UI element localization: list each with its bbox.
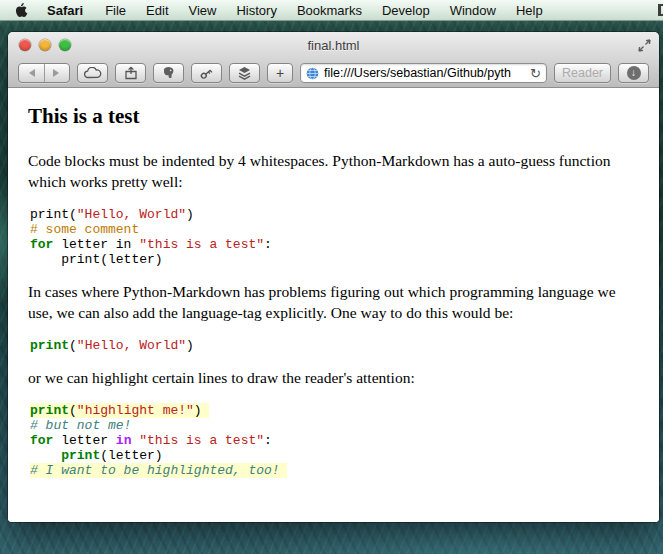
key-extension-button[interactable] [191, 63, 222, 83]
menu-item-bookmarks[interactable]: Bookmarks [287, 3, 372, 18]
code-line: # I want to be highlighted, too! [30, 463, 639, 478]
close-button[interactable] [19, 39, 31, 51]
download-icon: ↓ [627, 66, 641, 80]
reader-button[interactable]: Reader [554, 63, 611, 83]
globe-icon [306, 67, 319, 80]
page-title: This is a test [28, 104, 639, 129]
menubar-status-icon[interactable] [658, 4, 663, 16]
paragraph-line: Code blocks must be indented by 4 whites… [28, 152, 610, 169]
menu-item-view[interactable]: View [179, 3, 227, 18]
code-line: print("Hello, World") [30, 338, 639, 353]
evernote-elephant-icon [162, 66, 175, 80]
code-line: for letter in "this is a test": [30, 433, 639, 448]
code-line: print(letter) [30, 448, 639, 463]
menu-item-window[interactable]: Window [440, 3, 506, 18]
paragraph-line: In cases where Python-Markdown has probl… [28, 283, 616, 300]
minimize-button[interactable] [39, 39, 51, 51]
code-line: # some comment [30, 222, 639, 237]
menu-item-help[interactable]: Help [506, 3, 553, 18]
fullscreen-icon[interactable] [638, 39, 651, 52]
apple-logo-icon [14, 2, 28, 18]
downloads-button[interactable]: ↓ [618, 63, 649, 83]
forward-button[interactable] [45, 64, 70, 82]
safari-window: final.html [8, 32, 659, 522]
code-line: # but not me! [30, 418, 639, 433]
apple-menu[interactable] [14, 2, 28, 18]
code-block-autoguess: print("Hello, World")# some commentfor l… [28, 207, 639, 267]
menu-item-safari[interactable]: Safari [37, 3, 95, 18]
menu-item-file[interactable]: File [95, 3, 136, 18]
forward-arrow-icon [52, 68, 61, 78]
code-line: print("Hello, World") [30, 207, 639, 222]
code-block-explicit: print("Hello, World") [28, 338, 639, 353]
history-nav-group [18, 63, 70, 83]
menu-items: SafariFileEditViewHistoryBookmarksDevelo… [37, 3, 553, 18]
key-icon [199, 66, 214, 81]
back-arrow-icon [27, 68, 36, 78]
menu-item-edit[interactable]: Edit [136, 3, 178, 18]
desktop: { "menu_bar": { "items": ["Safari", "Fil… [0, 0, 663, 554]
web-page-content: This is a test Code blocks must be inden… [8, 89, 659, 522]
paragraph-intro: Code blocks must be indented by 4 whites… [28, 150, 639, 192]
layers-stack-icon [237, 66, 252, 80]
new-tab-button[interactable]: + [267, 63, 293, 83]
code-block-highlighted: print("highlight me!")# but not me!for l… [28, 403, 639, 478]
toolbar: + file:///Users/sebastian/Github/pyth ↻ … [8, 58, 659, 88]
menu-item-develop[interactable]: Develop [372, 3, 440, 18]
paragraph-line: which works pretty well: [28, 173, 183, 190]
menu-item-history[interactable]: History [226, 3, 286, 18]
paragraph-explicit-tag: In cases where Python-Markdown has probl… [28, 281, 639, 323]
paragraph-line: use, we can also add the language-tag ex… [28, 304, 513, 321]
icloud-tabs-button[interactable] [77, 63, 108, 83]
zoom-button[interactable] [59, 39, 71, 51]
reload-icon[interactable]: ↻ [530, 67, 541, 80]
paragraph-highlight: or we can highlight certain lines to dra… [28, 367, 639, 388]
window-title: final.html [8, 38, 659, 53]
url-text[interactable]: file:///Users/sebastian/Github/pyth [324, 66, 525, 80]
address-bar[interactable]: file:///Users/sebastian/Github/pyth ↻ [300, 63, 547, 83]
layers-extension-button[interactable] [229, 63, 260, 83]
share-button[interactable] [115, 63, 146, 83]
code-line: for letter in "this is a test": [30, 237, 639, 252]
plus-icon: + [276, 65, 284, 81]
back-button[interactable] [19, 64, 45, 82]
code-line: print("highlight me!") [30, 403, 639, 418]
evernote-extension-button[interactable] [153, 63, 184, 83]
title-bar[interactable]: final.html [8, 32, 659, 58]
cloud-icon [84, 67, 102, 79]
window-chrome: final.html [8, 32, 659, 88]
code-line: print(letter) [30, 252, 639, 267]
paragraph-line: or we can highlight certain lines to dra… [28, 369, 415, 386]
menu-bar: SafariFileEditViewHistoryBookmarksDevelo… [0, 0, 663, 21]
traffic-lights [19, 39, 71, 51]
share-icon [124, 66, 138, 80]
